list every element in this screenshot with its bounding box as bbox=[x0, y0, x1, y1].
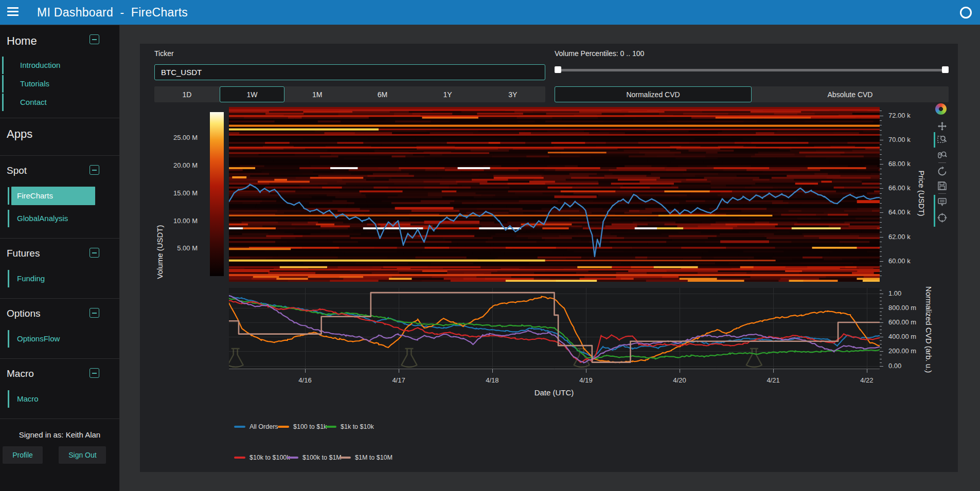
legend-label: $1M to $10M bbox=[355, 454, 393, 461]
tick-mark bbox=[880, 301, 882, 301]
cvd-button-absolute-cvd[interactable]: Absolute CVD bbox=[752, 86, 949, 102]
collapse-icon[interactable] bbox=[90, 308, 99, 318]
tick-mark bbox=[880, 116, 883, 116]
legend-label: $10k to $100k bbox=[250, 454, 290, 461]
legend-item[interactable]: $100k to $1M bbox=[287, 454, 342, 461]
legend-item[interactable]: All Orders bbox=[234, 423, 278, 430]
sidebar-item-funding[interactable]: Funding bbox=[0, 269, 119, 288]
reset-icon[interactable] bbox=[937, 166, 948, 177]
legend-item[interactable]: $10k to $100k bbox=[234, 454, 290, 461]
collapse-icon[interactable] bbox=[90, 34, 99, 44]
sidebar-item-firecharts[interactable]: FireCharts bbox=[0, 187, 119, 205]
sidebar-section-home: HomeIntroductionTutorialsContact bbox=[0, 25, 119, 118]
cvd-button-normalized-cvd[interactable]: Normalized CVD bbox=[555, 86, 752, 102]
colorbar bbox=[210, 112, 224, 276]
hover-icon[interactable] bbox=[937, 196, 948, 207]
range-button-1w[interactable]: 1W bbox=[220, 86, 285, 102]
sidebar-item-label: Funding bbox=[17, 274, 45, 283]
price-axis-title: Price (USDT) bbox=[917, 170, 926, 216]
range-button-3y[interactable]: 3Y bbox=[480, 86, 545, 102]
tick-mark bbox=[880, 184, 882, 184]
tick-mark bbox=[880, 178, 882, 179]
x-axis-tick-label: 4/20 bbox=[673, 376, 686, 384]
sidebar-item-optionsflow[interactable]: OptionsFlow bbox=[0, 330, 119, 348]
sidebar-item-tutorials[interactable]: Tutorials bbox=[0, 75, 119, 93]
axis-tick-label: 200.00 m bbox=[888, 347, 916, 355]
bokeh-logo-icon[interactable] bbox=[935, 103, 947, 115]
page-title: MI Dashboard - FireCharts bbox=[37, 0, 188, 25]
slider-track[interactable] bbox=[555, 69, 949, 71]
sign-out-button[interactable]: Sign Out bbox=[59, 446, 106, 464]
tick-mark bbox=[880, 144, 882, 145]
profile-button[interactable]: Profile bbox=[3, 446, 43, 464]
tick-mark bbox=[880, 135, 882, 135]
tick-mark bbox=[880, 344, 882, 344]
ticker-input[interactable] bbox=[154, 64, 545, 80]
save-icon[interactable] bbox=[937, 180, 948, 191]
volume-percentiles-slider[interactable] bbox=[555, 66, 949, 73]
sidebar-section-title: Futures bbox=[7, 248, 40, 259]
tick-mark bbox=[305, 369, 306, 373]
tick-mark bbox=[880, 130, 882, 131]
legend-item[interactable]: $1M to $10M bbox=[340, 454, 393, 461]
axis-tick-label: 72.00 k bbox=[888, 112, 911, 119]
legend-label: $100 to $1k bbox=[293, 423, 327, 430]
tick-mark bbox=[880, 203, 882, 204]
cvd-line-plot[interactable] bbox=[229, 288, 880, 369]
tick-mark bbox=[586, 369, 586, 373]
tick-mark bbox=[880, 217, 882, 218]
sidebar-section-futures: FuturesFunding bbox=[0, 239, 119, 298]
tick-mark bbox=[880, 125, 882, 125]
sidebar-item-introduction[interactable]: Introduction bbox=[0, 56, 119, 75]
slider-handle-max[interactable] bbox=[942, 66, 949, 73]
main-panel: Ticker Volume Percentiles: 0 .. 100 1D1W… bbox=[140, 44, 958, 472]
legend-swatch bbox=[234, 426, 245, 428]
axis-tick-label: 68.00 k bbox=[888, 160, 911, 168]
status-circle-icon[interactable] bbox=[960, 7, 972, 19]
hamburger-menu-icon[interactable] bbox=[7, 7, 20, 17]
sidebar-item-globalanalysis[interactable]: GlobalAnalysis bbox=[0, 209, 119, 228]
tick-mark bbox=[880, 237, 883, 238]
tick-mark bbox=[880, 242, 882, 242]
tick-mark bbox=[880, 111, 882, 111]
collapse-icon[interactable] bbox=[90, 248, 99, 258]
cvd-mode-button-group: Normalized CVDAbsolute CVD bbox=[555, 86, 949, 102]
tick-mark bbox=[880, 251, 882, 252]
tick-mark bbox=[773, 369, 774, 373]
sidebar-item-contact[interactable]: Contact bbox=[0, 93, 119, 112]
crosshair-icon[interactable] bbox=[937, 212, 948, 223]
pan-icon[interactable] bbox=[937, 121, 948, 132]
range-button-1m[interactable]: 1M bbox=[284, 86, 350, 102]
tick-mark bbox=[880, 159, 882, 160]
range-button-1y[interactable]: 1Y bbox=[415, 86, 480, 102]
sidebar-section-macro: MacroMacro bbox=[0, 359, 119, 419]
legend-item[interactable]: $1k to $10k bbox=[325, 423, 374, 430]
tick-mark bbox=[880, 208, 882, 208]
tick-mark bbox=[880, 355, 882, 355]
tick-mark bbox=[880, 266, 882, 266]
legend-swatch bbox=[287, 457, 298, 459]
tick-mark bbox=[880, 366, 883, 367]
tick-mark bbox=[880, 340, 882, 341]
tick-mark bbox=[880, 326, 882, 326]
axis-tick-label: 20.00 M bbox=[156, 161, 198, 169]
heatmap-plot[interactable] bbox=[229, 107, 880, 282]
tick-mark bbox=[880, 256, 882, 257]
sidebar-section-title: Macro bbox=[7, 368, 34, 379]
tick-mark bbox=[880, 308, 883, 308]
collapse-icon[interactable] bbox=[90, 368, 99, 378]
axis-tick-label: 5.00 M bbox=[156, 244, 198, 252]
sidebar-item-macro[interactable]: Macro bbox=[0, 390, 119, 408]
sidebar-item-label: FireCharts bbox=[17, 191, 53, 200]
axis-tick-label: 15.00 M bbox=[156, 189, 198, 197]
legend-label: $1k to $10k bbox=[341, 423, 374, 430]
box-zoom-icon[interactable] bbox=[937, 134, 948, 144]
tick-mark bbox=[867, 369, 867, 373]
axis-tick-label: 10.00 M bbox=[156, 217, 198, 225]
slider-handle-min[interactable] bbox=[555, 66, 561, 73]
legend-item[interactable]: $100 to $1k bbox=[278, 423, 327, 430]
range-button-6m[interactable]: 6M bbox=[350, 86, 415, 102]
wheel-zoom-icon[interactable] bbox=[937, 150, 948, 160]
collapse-icon[interactable] bbox=[90, 165, 99, 175]
range-button-1d[interactable]: 1D bbox=[154, 86, 220, 102]
